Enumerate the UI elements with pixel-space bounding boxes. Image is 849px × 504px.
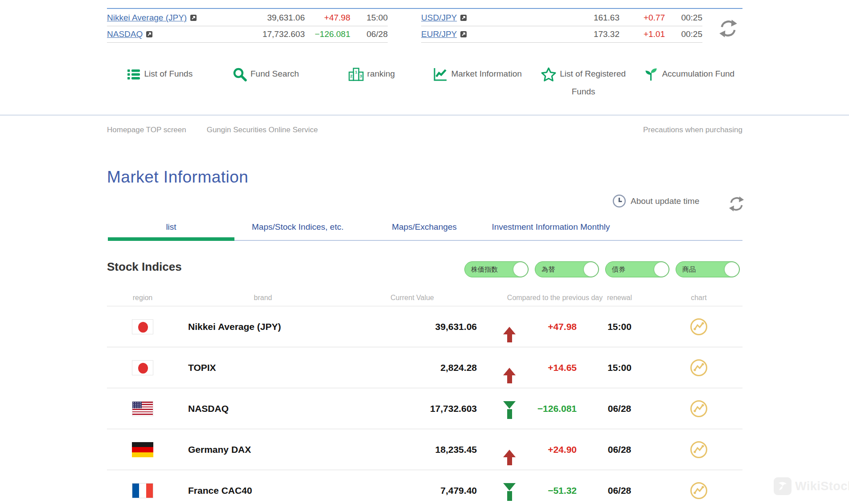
toggle-commodities[interactable]: 商品 xyxy=(676,261,740,277)
ticker-value: 39,631.06 xyxy=(229,13,305,23)
change-value: +24.90 xyxy=(528,444,584,455)
renewal-time: 06/28 xyxy=(584,444,655,455)
clock-icon xyxy=(612,194,626,208)
brand-name: Nikkei Average (JPY) xyxy=(178,321,348,332)
ticker-change: +1.01 xyxy=(619,29,665,39)
japan-flag-icon xyxy=(132,319,153,334)
toggle-stock-indices[interactable]: 株価指数 xyxy=(464,261,529,277)
header-region: region xyxy=(107,294,178,302)
ticker-row: NASDAQ 17,732.603 −126.081 06/28 xyxy=(107,26,388,43)
toggle-bonds[interactable]: 債券 xyxy=(605,261,669,277)
toggle-label: 株価指数 xyxy=(471,265,498,274)
toggle-label: 為替 xyxy=(541,265,555,274)
table-header-row: region brand Current Value Compared to t… xyxy=(107,289,742,306)
change-value: +47.98 xyxy=(528,321,584,332)
ticker-symbol-link[interactable]: USD/JPY xyxy=(421,13,544,23)
current-value: 7,479.40 xyxy=(348,485,477,496)
ticker-symbol-link[interactable]: NASDAQ xyxy=(107,29,229,39)
svg-text:2: 2 xyxy=(350,74,353,78)
current-value: 39,631.06 xyxy=(348,321,477,332)
change-value: +14.65 xyxy=(528,362,584,373)
nav-item-label: ranking xyxy=(367,69,395,78)
renewal-time: 15:00 xyxy=(584,362,655,373)
about-update-time-link[interactable]: About update time xyxy=(612,194,699,208)
svg-text:1: 1 xyxy=(355,70,357,74)
nav-item-label: Market Information xyxy=(451,69,521,78)
section-title: Stock Indices xyxy=(107,260,182,274)
main-nav: List of Funds Fund Search 1 2 3 ranking … xyxy=(107,65,742,101)
external-link-icon xyxy=(460,14,467,21)
renewal-time: 06/28 xyxy=(584,485,655,496)
france-flag-icon xyxy=(132,483,153,498)
ticker-value: 173.32 xyxy=(544,29,619,39)
precautions-link[interactable]: Precautions when purchasing xyxy=(643,126,742,134)
germany-flag-icon xyxy=(132,442,153,457)
ranking-podium-icon: 1 2 3 xyxy=(349,68,364,81)
japan-flag-icon xyxy=(132,360,153,375)
current-value: 18,235.45 xyxy=(348,444,477,455)
tab-maps-stock-indices[interactable]: Maps/Stock Indices, etc. xyxy=(234,221,361,232)
breadcrumb-online-service-link[interactable]: Gungin Securities Online Service xyxy=(207,126,318,134)
toggle-label: 債券 xyxy=(612,265,625,274)
ticker-symbol-label: NASDAQ xyxy=(107,29,143,39)
watermark-label: WikiStock xyxy=(795,480,849,493)
nav-item-market-information[interactable]: Market Information xyxy=(425,65,531,101)
category-toggles: 株価指数 為替 債券 商品 xyxy=(464,261,740,277)
ticker-symbol-link[interactable]: Nikkei Average (JPY) xyxy=(107,13,229,23)
brand-name: TOPIX xyxy=(178,362,348,373)
ticker-change: +47.98 xyxy=(305,13,350,23)
ticker-symbol-label: Nikkei Average (JPY) xyxy=(107,13,187,23)
refresh-table-button[interactable] xyxy=(728,195,745,215)
nav-item-label: Fund Search xyxy=(250,69,299,78)
market-tabs: list Maps/Stock Indices, etc. Maps/Excha… xyxy=(108,221,614,232)
chart-icon[interactable] xyxy=(689,399,708,418)
toggle-exchange[interactable]: 為替 xyxy=(535,261,599,277)
refresh-ticker-button[interactable] xyxy=(718,18,738,41)
tab-investment-information-monthly[interactable]: Investment Information Monthly xyxy=(488,221,614,232)
active-tab-underline xyxy=(108,237,234,241)
ticker-change: +0.77 xyxy=(619,13,665,23)
tab-maps-exchanges[interactable]: Maps/Exchanges xyxy=(361,221,488,232)
sprout-icon xyxy=(644,67,658,81)
breadcrumb-homepage-link[interactable]: Homepage TOP screen xyxy=(107,126,186,134)
header-current-value: Current Value xyxy=(348,294,477,302)
nav-item-list-of-registered-funds[interactable]: List of Registered Funds xyxy=(530,65,636,101)
external-link-icon xyxy=(190,14,197,21)
refresh-icon xyxy=(728,195,745,213)
watermark-eagle-logo xyxy=(774,477,792,495)
chart-icon[interactable] xyxy=(689,440,708,459)
chart-icon[interactable] xyxy=(689,317,708,336)
chart-icon[interactable] xyxy=(689,358,708,377)
current-value: 17,732.603 xyxy=(348,403,477,414)
usa-flag-icon xyxy=(132,401,153,416)
tab-list[interactable]: list xyxy=(108,221,234,232)
header-chart: chart xyxy=(655,294,742,302)
ticker-value: 161.63 xyxy=(544,13,619,23)
table-row: Nikkei Average (JPY) 39,631.06 +47.98 15… xyxy=(107,306,742,347)
star-icon xyxy=(541,67,556,81)
table-row: NASDAQ 17,732.603 −126.081 06/28 xyxy=(107,388,742,429)
line-chart-icon xyxy=(433,67,447,81)
nav-item-fund-search[interactable]: Fund Search xyxy=(213,65,319,101)
brand-name: France CAC40 xyxy=(178,485,348,496)
list-icon xyxy=(127,68,140,81)
ticker-row: USD/JPY 161.63 +0.77 00:25 xyxy=(421,10,702,26)
external-link-icon xyxy=(460,31,467,38)
table-row: Germany DAX 18,235.45 +24.90 06/28 xyxy=(107,429,742,470)
breadcrumb: Homepage TOP screen Gungin Securities On… xyxy=(107,126,742,134)
table-row: TOPIX 2,824.28 +14.65 15:00 xyxy=(107,347,742,388)
current-value: 2,824.28 xyxy=(348,362,477,373)
top-ticker: Nikkei Average (JPY) 39,631.06 +47.98 15… xyxy=(107,8,742,9)
nav-item-list-of-funds[interactable]: List of Funds xyxy=(107,65,213,101)
ticker-symbol-link[interactable]: EUR/JPY xyxy=(421,29,544,39)
stock-indices-table: region brand Current Value Compared to t… xyxy=(107,289,742,504)
toggle-label: 商品 xyxy=(682,265,696,274)
toggle-knob xyxy=(654,262,669,276)
chart-icon[interactable] xyxy=(689,481,708,500)
ticker-time: 00:25 xyxy=(665,29,702,39)
nav-item-label: Accumulation Fund xyxy=(662,69,734,78)
svg-text:3: 3 xyxy=(360,74,362,78)
nav-item-accumulation-fund[interactable]: Accumulation Fund xyxy=(636,65,742,101)
nav-item-label: List of Funds xyxy=(144,69,193,78)
nav-item-ranking[interactable]: 1 2 3 ranking xyxy=(319,65,425,101)
